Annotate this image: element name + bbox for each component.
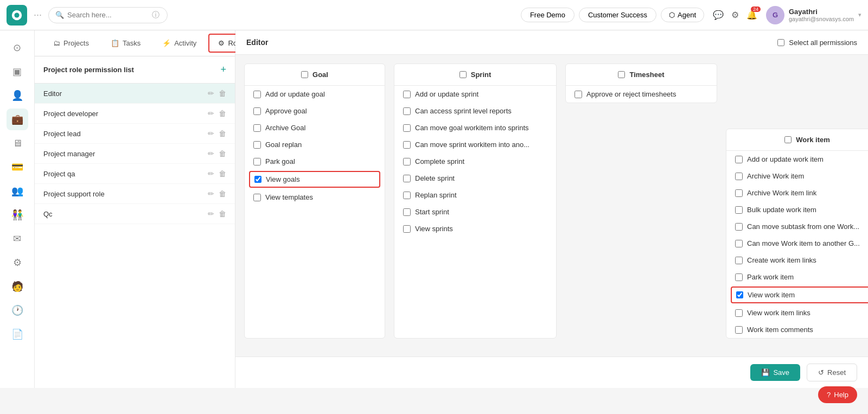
- perm-create-workitem-links-checkbox[interactable]: [735, 257, 743, 264]
- settings-icon[interactable]: ⚙: [731, 10, 739, 20]
- perm-move-sprint-workitem-checkbox[interactable]: [403, 141, 411, 149]
- perm-delete-sprint: Delete sprint: [394, 170, 556, 187]
- help-button[interactable]: ? Help: [818, 386, 857, 403]
- sidebar-icon-settings[interactable]: ⚙: [7, 252, 28, 273]
- delete-icon[interactable]: 🗑: [219, 109, 226, 118]
- edit-icon[interactable]: ✏: [208, 169, 214, 178]
- perm-archive-workitem-checkbox[interactable]: [735, 173, 743, 180]
- nav-expand-btn[interactable]: ···: [31, 9, 44, 21]
- tab-projects[interactable]: 🗂 Projects: [43, 34, 99, 53]
- perm-delete-sprint-checkbox[interactable]: [403, 175, 411, 182]
- sidebar-icon-doc[interactable]: 📄: [7, 323, 28, 345]
- sidebar-icon-tv[interactable]: ▣: [7, 61, 28, 82]
- role-item-qc[interactable]: Qc ✏ 🗑: [35, 204, 235, 224]
- role-name: Editor: [43, 90, 62, 98]
- role-item-actions: ✏ 🗑: [208, 109, 226, 118]
- perm-workitem-comments-checkbox[interactable]: [735, 326, 743, 334]
- delete-icon[interactable]: 🗑: [219, 169, 226, 178]
- role-list: Editor ✏ 🗑 Project developer ✏ 🗑 Project…: [35, 84, 235, 388]
- perm-view-workitem-highlighted: View work item: [731, 286, 868, 303]
- notifications-icon[interactable]: 🔔 24: [746, 10, 757, 20]
- perm-approve-timesheets-checkbox[interactable]: [575, 91, 582, 98]
- perm-start-sprint-checkbox[interactable]: [403, 208, 411, 216]
- role-item-developer[interactable]: Project developer ✏ 🗑: [35, 104, 235, 124]
- perm-replan-sprint-checkbox[interactable]: [403, 192, 411, 199]
- perm-add-update-workitem-checkbox[interactable]: [735, 156, 743, 163]
- sidebar-icon-mail[interactable]: ✉: [7, 228, 28, 250]
- sidebar-icon-team[interactable]: 👫: [7, 204, 28, 226]
- perm-bulk-update-workitem-checkbox[interactable]: [735, 206, 743, 214]
- edit-icon[interactable]: ✏: [208, 189, 214, 198]
- perm-archive-workitem-link-checkbox[interactable]: [735, 189, 743, 197]
- select-all-checkbox[interactable]: [777, 39, 784, 46]
- messages-icon[interactable]: 💬: [713, 10, 724, 20]
- perm-view-workitem-checkbox[interactable]: [736, 291, 743, 298]
- perm-archive-goal-checkbox[interactable]: [253, 124, 261, 132]
- timesheet-select-all-checkbox[interactable]: [618, 71, 625, 78]
- sidebar-icon-clock[interactable]: 🕐: [7, 300, 28, 321]
- free-demo-button[interactable]: Free Demo: [521, 8, 575, 22]
- save-icon: 💾: [761, 368, 770, 377]
- perm-park-workitem-checkbox[interactable]: [735, 273, 743, 281]
- sidebar-icon-monitor[interactable]: 🖥: [7, 132, 28, 154]
- user-info[interactable]: G Gayathri gayathri@snovasys.com ▾: [766, 6, 861, 24]
- goal-select-all-checkbox[interactable]: [301, 71, 308, 78]
- perm-access-sprint-reports-checkbox[interactable]: [403, 107, 411, 115]
- perm-view-workitem-links: View work item links: [726, 304, 868, 321]
- delete-icon[interactable]: 🗑: [219, 149, 226, 158]
- perm-replan-sprint: Replan sprint: [394, 187, 556, 203]
- perm-approve-goal-checkbox[interactable]: [253, 107, 261, 115]
- perm-complete-sprint-checkbox[interactable]: [403, 158, 411, 165]
- delete-icon[interactable]: 🗑: [219, 89, 226, 98]
- perm-move-goal-workitem-checkbox[interactable]: [403, 124, 411, 132]
- perm-view-goals-checkbox[interactable]: [254, 176, 261, 183]
- sidebar-icon-card[interactable]: 💳: [7, 156, 28, 178]
- role-item-qa[interactable]: Project qa ✏ 🗑: [35, 164, 235, 184]
- perm-view-sprints-checkbox[interactable]: [403, 225, 411, 233]
- perm-add-update-goal-checkbox[interactable]: [253, 91, 261, 98]
- perm-view-workitem-links-checkbox[interactable]: [735, 309, 743, 317]
- role-item-lead[interactable]: Project lead ✏ 🗑: [35, 124, 235, 144]
- perm-archive-workitem-link: Archive Work item link: [726, 184, 868, 201]
- perm-create-workitem-links: Create work item links: [726, 252, 868, 269]
- customer-success-button[interactable]: Customer Success: [579, 8, 656, 22]
- sidebar-icon-people[interactable]: 👥: [7, 180, 28, 202]
- sidebar-icon-user[interactable]: 👤: [7, 85, 28, 106]
- sidebar-icon-home[interactable]: ⊙: [7, 37, 28, 59]
- sprint-select-all-checkbox[interactable]: [459, 71, 467, 78]
- user-details: Gayathri gayathri@snovasys.com: [789, 8, 854, 22]
- delete-icon[interactable]: 🗑: [219, 189, 226, 198]
- role-item-support[interactable]: Project support role ✏ 🗑: [35, 184, 235, 204]
- edit-icon[interactable]: ✏: [208, 149, 214, 158]
- perm-goal-replan-checkbox[interactable]: [253, 141, 261, 149]
- perm-move-workitem-checkbox[interactable]: [735, 240, 743, 247]
- tab-tasks[interactable]: 📋 Tasks: [101, 34, 150, 53]
- agent-button[interactable]: ⬡ Agent: [661, 8, 704, 22]
- edit-icon[interactable]: ✏: [208, 89, 214, 98]
- edit-icon[interactable]: ✏: [208, 129, 214, 138]
- perm-move-goal-workitem: Can move goal workitem into sprints: [394, 119, 556, 136]
- role-item-editor[interactable]: Editor ✏ 🗑: [35, 84, 235, 104]
- sprint-panel: Sprint Add or update sprint Can access s…: [394, 63, 557, 339]
- save-button[interactable]: 💾 Save: [750, 364, 800, 381]
- workitem-select-all-checkbox[interactable]: [784, 136, 792, 143]
- sidebar-icon-briefcase[interactable]: 💼: [7, 109, 28, 130]
- edit-icon[interactable]: ✏: [208, 109, 214, 118]
- edit-icon[interactable]: ✏: [208, 209, 214, 218]
- tab-activity[interactable]: ⚡ Activity: [152, 34, 206, 53]
- sidebar-icon-person[interactable]: 🧑: [7, 276, 28, 297]
- add-role-button[interactable]: +: [220, 64, 226, 75]
- reset-button[interactable]: ↺ Reset: [807, 364, 857, 381]
- delete-icon[interactable]: 🗑: [219, 209, 226, 218]
- search-input[interactable]: [67, 11, 149, 19]
- perm-add-update-sprint-checkbox[interactable]: [403, 91, 411, 98]
- perm-view-templates-checkbox[interactable]: [253, 194, 261, 201]
- app-logo[interactable]: [7, 5, 27, 26]
- timesheet-panel-header: Timesheet: [566, 64, 717, 86]
- perm-park-goal-checkbox[interactable]: [253, 158, 261, 165]
- permission-list-title: Project role permission list: [43, 66, 134, 74]
- search-info-icon: ⓘ: [152, 10, 159, 20]
- role-item-manager[interactable]: Project manager ✏ 🗑: [35, 144, 235, 164]
- perm-move-subtask-checkbox[interactable]: [735, 223, 743, 231]
- delete-icon[interactable]: 🗑: [219, 129, 226, 138]
